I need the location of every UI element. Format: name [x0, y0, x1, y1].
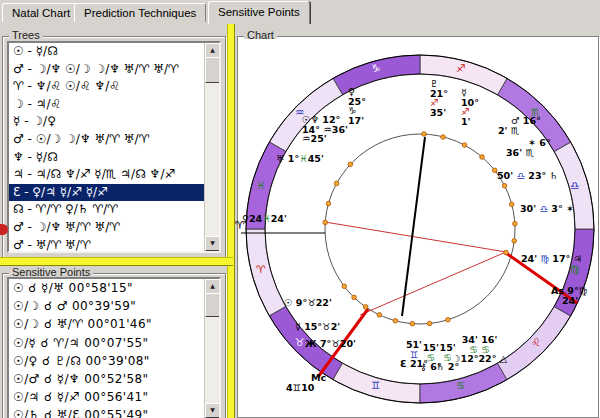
- axis-line: [402, 137, 425, 316]
- sensitive-points-list[interactable]: ☉ ☌ ☿/♅ 00°58'15" ☉/☽ ☌ ♂ 00°39'59" ☉/☽ …: [7, 277, 221, 418]
- chart-label-star-scorpio: ✶ 6°36' ♏: [528, 138, 551, 157]
- aspect-line: [325, 222, 506, 252]
- trees-list[interactable]: ☉ - ☿/☊ ♂ - ☽/♆ ☉/☽ ☽/♆ ♅/♈ ♅/♈ ♈ - ♆/♌ …: [7, 41, 221, 253]
- scroll-down-icon[interactable]: ▼: [205, 403, 220, 418]
- sensitive-point-item[interactable]: ☉/☽ ☌ ♅/♈ 00°01'46": [9, 315, 219, 333]
- sensitive-point-item[interactable]: ☉/☽ ☌ ♂ 00°39'59": [9, 297, 219, 315]
- tree-item[interactable]: ♆ - ☿/☊: [9, 149, 219, 167]
- chart-label-mars-scorpio: ♂ 16°2' ♏: [511, 116, 541, 135]
- sign-capricorn: ♑: [371, 62, 380, 74]
- scroll-up-icon[interactable]: ▲: [205, 279, 220, 294]
- vertical-splitter[interactable]: [227, 24, 235, 418]
- chart-label-mc: Mc: [311, 372, 326, 383]
- tab-bar: Natal Chart Prediction Techniques Sensit…: [0, 0, 600, 24]
- sign-sagittarius: ♐: [456, 62, 465, 74]
- tree-item[interactable]: ☉ - ☿/☊: [9, 43, 219, 61]
- sign-pisces: ♓: [256, 179, 265, 191]
- chart-label-hades-taurus: Ж 7°♉20': [305, 338, 356, 349]
- chart-label-pluto-sagittarius: ♇21°♐35': [430, 79, 448, 117]
- chart-label-uranus-pisces: ♅ 1°♓45': [276, 153, 324, 164]
- chart-label-mercury-sagittarius: ☿10°♐1': [461, 88, 479, 126]
- sign-gemini: ♊: [371, 379, 380, 391]
- tab-sensitive-points[interactable]: Sensitive Points: [208, 1, 310, 24]
- sensitive-point-item[interactable]: ☉/♂ ☌ ☿/♆ 00°52'58": [9, 370, 219, 388]
- chart-label-saturn-libra: 50' ♎ 23° ♄: [497, 170, 558, 181]
- sign-cancer: ♋: [456, 379, 465, 391]
- tree-item[interactable]: ☽ - ♃/♌: [9, 96, 219, 114]
- horizontal-splitter[interactable]: [0, 257, 233, 266]
- trees-scrollbar[interactable]: ▲ ▼: [204, 43, 219, 251]
- tab-natal-chart[interactable]: Natal Chart: [2, 3, 80, 22]
- tree-item[interactable]: ☊ - ♈/♈ ♀/♄ ♈/♈: [9, 201, 219, 219]
- sensitive-point-item[interactable]: ☉/♃ ☌ ☿/♐ 00°56'41": [9, 388, 219, 406]
- chart-label-jupiter-virgo: 24' ♍ 17° ♃: [521, 253, 582, 264]
- chart-label-sun-taurus: ☉ 9°♉22': [284, 297, 332, 308]
- tree-item[interactable]: ♂ - ☽/♆ ♅/♈ ♅/♈: [9, 219, 219, 237]
- sensitive-point-item[interactable]: ☉/♄ ☌ ♅/Ɛ 00°55'49": [9, 406, 219, 418]
- sign-aries: ♈: [256, 263, 265, 275]
- chart-label-moon-cancer: 34' 16'♋ ♋☽12°22° △: [452, 335, 507, 364]
- chart-label-sun-neptune-aquarius: ☉♆ 12°14° ♒36' ♒25': [302, 115, 348, 144]
- tree-item[interactable]: ☿ - ☽/♀: [9, 113, 219, 131]
- sign-leo: ♌: [531, 336, 540, 348]
- tree-item-selected[interactable]: Ɛ - ♀/♃ ☿/♐ ☿/♐: [9, 184, 219, 202]
- trees-title: Trees: [9, 29, 43, 41]
- trees-scroll-thumb[interactable]: [205, 57, 220, 83]
- tree-item[interactable]: ♃ - ♃/☊ ♆/♐ ☿/♏ ♃/☊ ♆/♐: [9, 166, 219, 184]
- tree-item[interactable]: ♈ - ♆/♌ ☉/♌ ♆/♌: [9, 78, 219, 96]
- chart-label-venus-pisces: ♀24♓24': [242, 213, 287, 224]
- sensitive-point-item[interactable]: ☉ ☌ ☿/♅ 00°58'15": [9, 279, 219, 297]
- sensitive-scroll-thumb[interactable]: [205, 293, 220, 317]
- sensitive-points-groupbox: Sensitive Points ☉ ☌ ☿/♅ 00°58'15" ☉/☽ ☌…: [2, 273, 226, 418]
- scroll-down-icon[interactable]: ▼: [205, 236, 220, 251]
- chart-label-mc-degree: 4♊10: [286, 382, 314, 393]
- trees-groupbox: Trees ☉ - ☿/☊ ♂ - ☽/♆ ☉/☽ ☽/♆ ♅/♈ ♅/♈ ♈ …: [2, 36, 226, 258]
- tree-item[interactable]: ♂ - ☉/☽ ☽/♆ ♅/♈ ♅/♈: [9, 131, 219, 149]
- chart-label-ascendant: As 9°♍24': [551, 286, 587, 305]
- chart-label-venus-capricorn: ♀25°♑17': [348, 87, 366, 125]
- sign-taurus: ♉: [295, 336, 304, 348]
- tab-prediction-techniques[interactable]: Prediction Techniques: [74, 3, 206, 22]
- scroll-up-icon[interactable]: ▲: [205, 43, 220, 58]
- tree-item[interactable]: ♂ - ♅/♈ ♅/♈: [9, 237, 219, 253]
- chart-label-star-libra: 30' ♎ 3° ✶: [520, 203, 574, 214]
- aspect-line: [360, 252, 506, 315]
- chart-label-mercury-taurus: ☿ 15°♉2': [295, 321, 340, 332]
- midpoint-dots: [323, 132, 517, 326]
- sensitive-point-item[interactable]: ☉/☿ ☌ ♈/♃ 00°07'55": [9, 334, 219, 352]
- sensitive-point-item[interactable]: ☉/♀ ☌ ♇/☊ 00°39'08": [9, 352, 219, 370]
- tree-item[interactable]: ♂ - ☽/♆ ☉/☽ ☽/♆ ♅/♈ ♅/♈: [9, 61, 219, 79]
- sensitive-scrollbar[interactable]: ▲ ▼: [204, 279, 219, 418]
- sign-virgo: ♍: [570, 263, 579, 275]
- sign-libra: ♎: [570, 179, 579, 191]
